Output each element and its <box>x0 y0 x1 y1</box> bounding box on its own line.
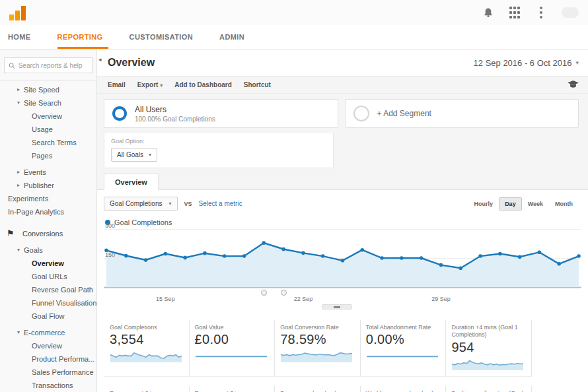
metric-card: Goal Conversion Rate78.59% <box>275 320 361 377</box>
sidebar-item-goals[interactable]: ▾Goals <box>0 244 96 257</box>
page-title: Overview <box>108 57 155 69</box>
google-analytics-logo-icon[interactable] <box>9 5 26 20</box>
report-action-bar: Email Export ▾ Add to Dashboard Shortcut <box>97 76 588 94</box>
goal-option-label: Goal Option: <box>111 138 326 145</box>
sidebar-item-funnel-visualisation[interactable]: Funnel Visualisation <box>0 296 96 310</box>
timeline-slider-handle-left[interactable] <box>261 290 267 296</box>
nav-item-customisation[interactable]: CUSTOMISATION <box>129 25 213 49</box>
sidebar-item-goal-flow[interactable]: Goal Flow <box>0 310 96 323</box>
top-bar <box>0 0 588 25</box>
sidebar-item-label: Funnel Visualisation <box>32 296 96 310</box>
x-axis-tick: 22 Sep <box>294 296 313 302</box>
metric-card-label: Goal Completions <box>110 324 182 331</box>
chevron-down-icon: ▾ <box>149 152 151 158</box>
search-input[interactable] <box>18 62 88 69</box>
sidebar-item-goal-urls[interactable]: Goal URLs <box>0 270 96 283</box>
sidebar-item-reverse-goal-path[interactable]: Reverse Goal Path <box>0 283 96 296</box>
chevron-down-icon: ▾ <box>17 244 24 257</box>
sidebar-item-overview[interactable]: Overview <box>0 257 96 270</box>
metric-card-label: Duration +4 mins (Goal 1 Completions) <box>451 324 525 339</box>
metric-card-sparkline <box>451 356 524 371</box>
add-segment-button[interactable]: + Add Segment <box>345 99 579 128</box>
segment-all-users[interactable]: All Users 100.00% Goal Completions <box>104 99 338 128</box>
notifications-bell-icon[interactable] <box>482 7 494 18</box>
sidebar-item-pages[interactable]: Pages <box>0 149 96 162</box>
add-to-dashboard-button[interactable]: Add to Dashboard <box>174 81 232 88</box>
sidebar-item-transactions[interactable]: Transactions <box>0 379 96 392</box>
sidebar-item-product-performa[interactable]: Product Performa... <box>0 352 96 366</box>
timeline-slider-handle-right[interactable] <box>281 290 287 296</box>
sidebar-item-sales-performance[interactable]: Sales Performance <box>0 366 96 379</box>
sidebar-item-label: Conversions <box>22 227 63 240</box>
metric-card-label: Goal Conversion Rate <box>280 324 353 331</box>
sidebar-item-site-speed[interactable]: ▸Site Speed <box>0 83 96 96</box>
intelligence-academy-icon[interactable] <box>568 79 579 91</box>
overview-panel: Goal Completions ▾ VS Select a metric Ho… <box>97 189 588 392</box>
nav-item-admin[interactable]: ADMIN <box>219 25 264 49</box>
sidebar-item-site-search[interactable]: ▾Site Search <box>0 96 96 110</box>
goal-option-select[interactable]: All Goals ▾ <box>111 148 157 162</box>
export-button[interactable]: Export ▾ <box>137 81 163 88</box>
account-pill[interactable] <box>562 7 579 18</box>
sidebar-item-in-page-analytics[interactable]: In-Page Analytics <box>0 205 96 218</box>
metric-card-label: Wedding menu downloads (Goal 5 Completio… <box>366 390 439 392</box>
granularity-week-button[interactable]: Week <box>522 197 549 211</box>
metric-card-label: Booking confirmation (Goal 6 Completions… <box>451 390 525 392</box>
tab-overview[interactable]: Overview <box>104 174 159 190</box>
sidebar-item-label: Goals <box>24 244 43 257</box>
metric-select[interactable]: Goal Completions ▾ <box>104 197 178 211</box>
metric-card: Goal Completions3,554 <box>104 320 190 377</box>
sidebar-item-usage[interactable]: Usage <box>0 123 96 136</box>
granularity-hourly-button[interactable]: Hourly <box>468 197 499 211</box>
metric-cards-row-1: Goal Completions3,554Goal Value£0.00Goal… <box>104 320 532 377</box>
goal-option-block: Goal Option: All Goals ▾ <box>104 133 334 168</box>
nav-item-reporting[interactable]: REPORTING <box>57 25 123 49</box>
metric-card-value: 954 <box>451 340 525 355</box>
sidebar-item-label: Product Performa... <box>32 352 94 366</box>
sidebar-item-search-terms[interactable]: Search Terms <box>0 136 96 149</box>
line-chart-svg <box>104 229 581 295</box>
sidebar-item-label: Goal Flow <box>32 310 65 323</box>
metric-card: Goal Value£0.00 <box>190 320 276 377</box>
sidebar-item-e-commerce[interactable]: ▾E-commerce <box>0 326 96 339</box>
sidebar-search[interactable] <box>4 57 92 73</box>
tab-strip: Overview <box>104 174 588 190</box>
metric-card: Engagement 6+ pages (Goal 2 Completions)… <box>104 386 190 392</box>
sidebar-item-overview[interactable]: Overview <box>0 339 96 352</box>
add-segment-label: + Add Segment <box>377 109 431 118</box>
sidebar-item-label: Overview <box>32 339 62 352</box>
shortcut-button[interactable]: Shortcut <box>244 81 271 88</box>
timeline-collapse-handle[interactable] <box>322 304 352 310</box>
sidebar-item-label: Experiments <box>8 192 48 205</box>
select-a-metric-link[interactable]: Select a metric <box>199 200 242 207</box>
metric-card-value: 3,554 <box>110 332 182 347</box>
sidebar-item-label: Goal URLs <box>32 270 67 283</box>
segment-row: All Users 100.00% Goal Completions + Add… <box>97 94 588 133</box>
sidebar-item-publisher[interactable]: ▸Publisher <box>0 179 96 192</box>
nav-item-home[interactable]: HOME <box>8 25 51 49</box>
primary-nav: HOMEREPORTINGCUSTOMISATIONADMIN <box>0 25 588 49</box>
metric-card-sparkline <box>280 348 353 363</box>
flag-icon: ⚑ <box>7 227 22 240</box>
email-button[interactable]: Email <box>108 81 126 88</box>
sidebar-collapse-icon[interactable]: ◂ <box>98 56 102 63</box>
sidebar-item-experiments[interactable]: Experiments <box>0 192 96 205</box>
more-options-icon[interactable] <box>535 7 547 18</box>
sidebar-item-conversions[interactable]: ⚑Conversions <box>0 227 96 240</box>
metric-card-label: Goal Value <box>195 324 268 331</box>
sidebar-item-label: Usage <box>32 123 53 136</box>
date-range-selector[interactable]: 12 Sep 2016 - 6 Oct 2016 ▾ <box>474 58 579 68</box>
chart-legend: Goal Completions <box>105 218 588 226</box>
sidebar-item-overview[interactable]: Overview <box>0 110 96 123</box>
sidebar-item-events[interactable]: ▸Events <box>0 166 96 179</box>
metric-card-value: £0.00 <box>195 332 268 347</box>
timeseries-chart: 300150 15 Sep22 Sep29 Sep <box>104 229 581 311</box>
metric-card: Duration +4 mins (Goal 1 Completions)954 <box>446 320 532 377</box>
report-header: Overview 12 Sep 2016 - 6 Oct 2016 ▾ <box>97 49 588 76</box>
granularity-day-button[interactable]: Day <box>499 197 522 211</box>
granularity-month-button[interactable]: Month <box>549 197 579 211</box>
chevron-down-icon: ▾ <box>575 59 579 66</box>
chevron-down-icon: ▾ <box>160 82 163 88</box>
google-apps-grid-icon[interactable] <box>509 7 521 18</box>
sidebar-nav: ▸Site Speed▾Site SearchOverviewUsageSear… <box>0 83 96 392</box>
